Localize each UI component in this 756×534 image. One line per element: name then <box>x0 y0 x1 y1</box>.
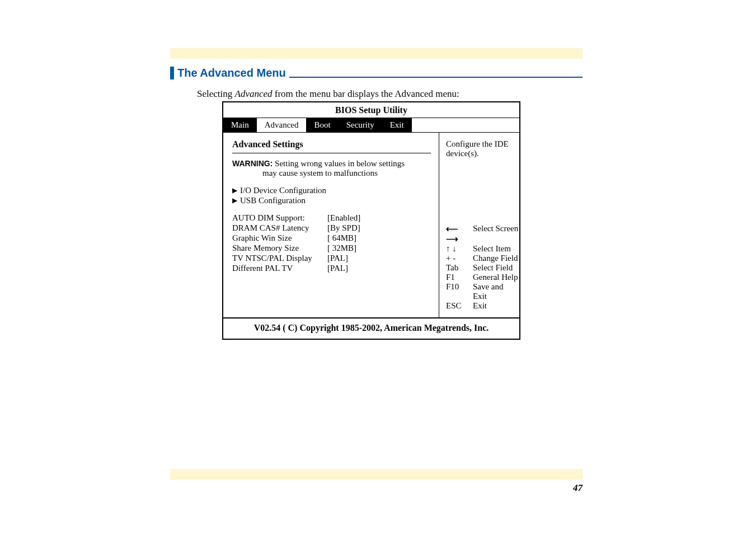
warning-line1: WARNING: Setting wrong values in below s… <box>232 159 431 168</box>
key-legend: ⟵ ⟶Select Screen ↑ ↓Select Item + -Chang… <box>446 224 519 311</box>
triangle-icon: ▶ <box>232 186 237 195</box>
page-number: 47 <box>170 483 583 494</box>
setting-label[interactable]: Different PAL TV <box>232 264 327 273</box>
setting-label[interactable]: TV NTSC/PAL Display <box>232 254 327 263</box>
footer-band <box>170 469 583 480</box>
intro-em: Advanced <box>235 88 273 99</box>
bios-tabbar: Main Advanced Boot Security Exit <box>223 118 519 133</box>
help-text-line2: device(s). <box>446 149 514 158</box>
tab-security[interactable]: Security <box>339 118 382 132</box>
key-leftright-icon: ⟵ ⟶ <box>446 224 466 244</box>
warning-line2: may cause system to malfunctions <box>232 168 431 178</box>
triangle-icon: ▶ <box>232 196 237 205</box>
key-desc: Select Field <box>473 263 513 273</box>
key-f1: F1 <box>446 273 466 282</box>
setting-label[interactable]: Share Memory Size <box>232 243 327 253</box>
key-desc: Exit <box>473 301 487 311</box>
setting-value[interactable]: [ 64MB] <box>327 233 431 243</box>
intro-prefix: Selecting <box>197 88 235 99</box>
key-updown-icon: ↑ ↓ <box>446 244 466 254</box>
header-band <box>170 48 583 59</box>
heading-rule <box>289 77 583 78</box>
key-row: F10Save and Exit <box>446 282 519 301</box>
key-plusminus: + - <box>446 254 466 263</box>
setting-label[interactable]: AUTO DIM Support: <box>232 213 327 223</box>
key-desc: Select Item <box>473 244 511 254</box>
section-rule <box>232 153 431 153</box>
bios-right-panel: Configure the IDE device(s). ⟵ ⟶Select S… <box>439 133 519 317</box>
setting-label[interactable]: Graphic Win Size <box>232 233 327 243</box>
advanced-settings-title: Advanced Settings <box>232 139 431 149</box>
tab-advanced[interactable]: Advanced <box>257 118 307 132</box>
submenu-usb-config[interactable]: ▶ USB Configuration <box>232 196 431 205</box>
bios-copyright: V02.54 ( C) Copyright 1985-2002, America… <box>223 317 519 339</box>
key-desc: Select Screen <box>473 224 518 244</box>
setting-value[interactable]: [PAL] <box>327 264 431 273</box>
key-row: ESCExit <box>446 301 519 311</box>
key-desc: General Help <box>473 273 518 282</box>
tab-boot[interactable]: Boot <box>306 118 338 132</box>
tab-main[interactable]: Main <box>223 118 257 132</box>
submenu-list: ▶ I/O Device Configuration ▶ USB Configu… <box>232 186 431 205</box>
key-row: TabSelect Field <box>446 263 519 273</box>
submenu-label: I/O Device Configuration <box>240 186 326 195</box>
key-f10: F10 <box>446 282 466 301</box>
settings-grid: AUTO DIM Support:[Enabled] DRAM CAS# Lat… <box>232 213 431 273</box>
key-desc: Change Field <box>473 254 518 263</box>
bios-window: BIOS Setup Utility Main Advanced Boot Se… <box>222 101 520 340</box>
section-heading: The Advanced Menu <box>170 67 583 79</box>
key-desc: Save and Exit <box>473 282 519 301</box>
key-tab: Tab <box>446 263 466 273</box>
setting-label[interactable]: DRAM CAS# Latency <box>232 223 327 233</box>
bios-title: BIOS Setup Utility <box>223 102 519 118</box>
bios-left-panel: Advanced Settings WARNING: Setting wrong… <box>223 133 439 317</box>
key-row: F1General Help <box>446 273 519 282</box>
submenu-label: USB Configuration <box>240 196 306 205</box>
setting-value[interactable]: [ 32MB] <box>327 243 431 253</box>
tab-exit[interactable]: Exit <box>382 118 412 132</box>
warning-text1: Setting wrong values in below settings <box>273 159 405 168</box>
intro-suffix: from the menu bar displays the Advanced … <box>273 88 459 99</box>
submenu-io-device[interactable]: ▶ I/O Device Configuration <box>232 186 431 195</box>
heading-accent <box>170 67 174 79</box>
setting-value[interactable]: [Enabled] <box>327 213 431 223</box>
key-esc: ESC <box>446 301 466 311</box>
intro-text: Selecting Advanced from the menu bar dis… <box>197 88 459 100</box>
setting-value[interactable]: [PAL] <box>327 254 431 263</box>
setting-value[interactable]: [By SPD] <box>327 223 431 233</box>
warning-label: WARNING: <box>232 159 273 168</box>
key-row: ⟵ ⟶Select Screen <box>446 224 519 244</box>
key-row: ↑ ↓Select Item <box>446 244 519 254</box>
help-text-line1: Configure the IDE <box>446 139 514 149</box>
heading-text: The Advanced Menu <box>177 67 286 79</box>
key-row: + -Change Field <box>446 254 519 263</box>
bios-body: Advanced Settings WARNING: Setting wrong… <box>223 133 519 317</box>
